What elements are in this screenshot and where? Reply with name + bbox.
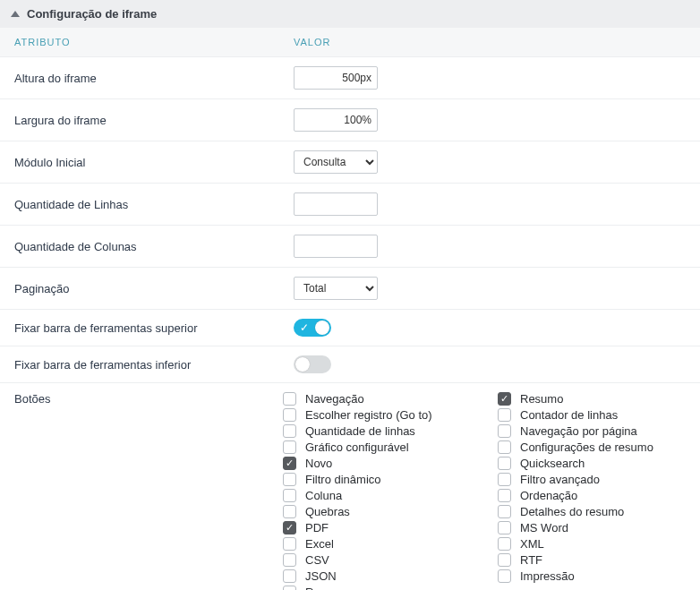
checkbox[interactable] xyxy=(498,489,511,502)
checkbox-row: Impressão xyxy=(498,569,686,583)
label-iframe-height: Altura do iframe xyxy=(14,72,294,85)
checkbox-row: Gráfico configurável xyxy=(283,440,471,454)
checkbox[interactable] xyxy=(283,569,296,583)
checkbox-row: Quantidade de linhas xyxy=(283,424,471,438)
input-cols-qty[interactable] xyxy=(294,235,378,258)
label-lines-qty: Quantidade de Linhas xyxy=(14,198,294,211)
checkbox-label: Detalhes do resumo xyxy=(520,505,624,518)
row-cols-qty: Quantidade de Colunas xyxy=(0,225,700,267)
checkbox-row: Quicksearch xyxy=(498,457,686,470)
checkbox-row: MS Word xyxy=(498,521,686,534)
toggle-fix-top-toolbar[interactable]: ✓ xyxy=(294,319,331,337)
select-initial-module[interactable]: Consulta xyxy=(294,150,378,174)
checkbox[interactable]: ✓ xyxy=(283,521,296,534)
input-iframe-width[interactable] xyxy=(294,108,378,132)
toggle-knob xyxy=(295,357,310,372)
checkbox-label: Navegação por página xyxy=(520,424,637,438)
buttons-column-left: NavegaçãoEscolher registro (Go to)Quanti… xyxy=(283,392,471,590)
checkbox[interactable] xyxy=(283,537,296,551)
checkbox-row: ✓PDF xyxy=(283,521,471,534)
checkbox-row: Excel xyxy=(283,537,471,551)
checkbox-row: Configurações de resumo xyxy=(498,440,686,454)
checkbox-label: Quantidade de linhas xyxy=(305,424,415,438)
checkbox-row: RTF xyxy=(498,553,686,567)
checkbox-row: Navegação por página xyxy=(498,424,686,438)
checkbox[interactable] xyxy=(283,586,296,590)
column-headers: ATRIBUTO VALOR xyxy=(0,28,700,56)
row-fix-top-toolbar: Fixar barra de ferramentas superior ✓ xyxy=(0,309,700,346)
checkbox-label: Recarregar xyxy=(305,586,363,590)
check-icon: ✓ xyxy=(300,321,309,335)
checkbox[interactable] xyxy=(498,440,511,454)
checkbox[interactable] xyxy=(283,408,296,422)
checkbox[interactable] xyxy=(283,553,296,567)
toggle-fix-bottom-toolbar[interactable] xyxy=(294,355,331,373)
checkbox-row: Filtro avançado xyxy=(498,473,686,486)
checkbox-row: Coluna xyxy=(283,489,471,502)
label-cols-qty: Quantidade de Colunas xyxy=(14,240,294,253)
checkbox[interactable] xyxy=(498,457,511,470)
checkbox[interactable]: ✓ xyxy=(283,457,296,470)
column-header-attribute: ATRIBUTO xyxy=(14,37,294,47)
checkbox-label: Ordenação xyxy=(520,489,577,502)
checkbox-label: Coluna xyxy=(305,489,342,502)
checkbox-row: XML xyxy=(498,537,686,551)
label-iframe-width: Largura do iframe xyxy=(14,114,294,127)
row-iframe-width: Largura do iframe xyxy=(0,98,700,141)
input-iframe-height[interactable] xyxy=(294,66,378,90)
panel-title: Configuração de iframe xyxy=(27,7,157,21)
checkbox[interactable] xyxy=(498,505,511,518)
checkbox-row: Recarregar xyxy=(283,586,471,590)
checkbox-label: JSON xyxy=(305,569,337,583)
checkbox[interactable] xyxy=(498,537,511,551)
checkbox-label: Escolher registro (Go to) xyxy=(305,408,432,422)
panel-header[interactable]: Configuração de iframe xyxy=(0,0,700,28)
checkbox-row: Navegação xyxy=(283,392,471,406)
checkbox-row: Contador de linhas xyxy=(498,408,686,422)
checkbox[interactable]: ✓ xyxy=(498,392,511,406)
checkbox-row: Ordenação xyxy=(498,489,686,502)
checkbox-label: Configurações de resumo xyxy=(520,440,653,454)
checkbox-label: Impressão xyxy=(520,569,575,583)
checkbox-label: RTF xyxy=(520,553,542,567)
checkbox[interactable] xyxy=(498,473,511,486)
checkbox[interactable] xyxy=(283,489,296,502)
label-fix-top-toolbar: Fixar barra de ferramentas superior xyxy=(14,321,294,335)
label-initial-module: Módulo Inicial xyxy=(14,156,294,169)
checkbox[interactable] xyxy=(283,424,296,438)
row-initial-module: Módulo Inicial Consulta xyxy=(0,141,700,183)
toggle-knob xyxy=(315,321,329,335)
column-header-value: VALOR xyxy=(294,37,686,47)
checkbox-label: Contador de linhas xyxy=(520,408,618,422)
checkbox-row: Quebras xyxy=(283,505,471,518)
row-fix-bottom-toolbar: Fixar barra de ferramentas inferior xyxy=(0,346,700,382)
checkbox-label: Excel xyxy=(305,537,334,551)
checkbox-label: PDF xyxy=(305,521,329,534)
checkbox-label: Resumo xyxy=(520,392,563,406)
row-pagination: Paginação Total xyxy=(0,267,700,309)
select-pagination[interactable]: Total xyxy=(294,277,378,300)
checkbox-row: ✓Resumo xyxy=(498,392,686,406)
checkbox-row: Detalhes do resumo xyxy=(498,505,686,518)
checkbox-row: Filtro dinâmico xyxy=(283,473,471,486)
checkbox-label: Quicksearch xyxy=(520,457,585,470)
input-lines-qty[interactable] xyxy=(294,192,378,216)
checkbox[interactable] xyxy=(498,424,511,438)
checkbox[interactable] xyxy=(283,505,296,518)
checkbox-label: CSV xyxy=(305,553,329,567)
checkbox[interactable] xyxy=(498,408,511,422)
checkbox-label: Filtro dinâmico xyxy=(305,473,381,486)
checkbox[interactable] xyxy=(283,473,296,486)
checkbox[interactable] xyxy=(498,569,511,583)
checkbox-row: CSV xyxy=(283,553,471,567)
checkbox-label: Gráfico configurável xyxy=(305,440,409,454)
checkbox-label: MS Word xyxy=(520,521,568,534)
checkbox-label: Quebras xyxy=(305,505,350,518)
checkbox-row: JSON xyxy=(283,569,471,583)
checkbox-label: Navegação xyxy=(305,392,364,406)
checkbox[interactable] xyxy=(283,440,296,454)
checkbox[interactable] xyxy=(498,521,511,534)
checkbox[interactable] xyxy=(283,392,296,406)
checkbox[interactable] xyxy=(498,553,511,567)
checkbox-row: Escolher registro (Go to) xyxy=(283,408,471,422)
